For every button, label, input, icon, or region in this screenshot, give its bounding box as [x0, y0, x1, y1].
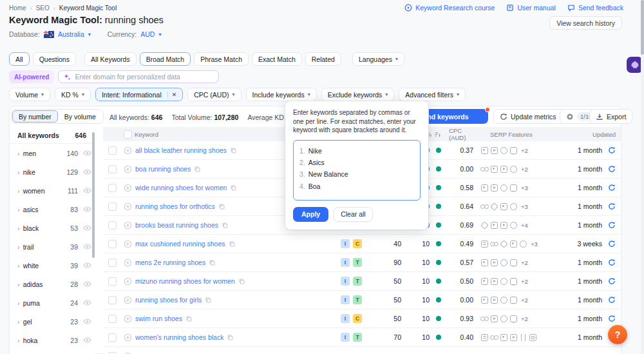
by-number-toggle[interactable]: By number: [12, 110, 58, 123]
filter-exclude-keywords[interactable]: Exclude keywords▾: [321, 88, 395, 101]
table-row-partial: [103, 347, 621, 354]
row-checkbox[interactable]: [108, 165, 117, 173]
keyword-link[interactable]: women's running shoes black: [135, 333, 223, 341]
select-all-checkbox[interactable]: [124, 130, 132, 139]
row-checkbox[interactable]: [108, 146, 117, 155]
languages-dropdown[interactable]: Languages▾: [352, 52, 404, 66]
row-checkbox[interactable]: [108, 202, 117, 211]
eye-icon: [83, 168, 91, 176]
group-name: nike: [23, 168, 64, 176]
row-checkbox[interactable]: [108, 259, 117, 267]
row-checkbox[interactable]: [108, 240, 117, 248]
keyword-link[interactable]: mizuno running shoes for women: [135, 277, 235, 285]
add-keyword-icon: [124, 352, 132, 354]
kd-difficulty-dot: [436, 148, 441, 153]
keyword-link[interactable]: brooks beast running shoes: [135, 221, 218, 229]
tab-broad-match[interactable]: Broad Match: [140, 52, 191, 66]
sidebar-group-men[interactable]: ›men140: [10, 144, 95, 162]
chevron-down-icon: ▾: [308, 92, 310, 97]
row-checkbox[interactable]: [108, 296, 117, 304]
window-scrollbar-thumb[interactable]: [641, 0, 644, 55]
sidebar-group-black[interactable]: ›black53: [10, 219, 95, 237]
filter-kd[interactable]: KD %▾: [55, 88, 91, 101]
tab-all[interactable]: All: [9, 52, 30, 66]
filter-cpc-aud[interactable]: CPC (AUD)▾: [187, 88, 241, 101]
kd-cell: 10: [406, 315, 446, 322]
row-checkbox[interactable]: [108, 333, 117, 342]
breadcrumb-home[interactable]: Home: [9, 5, 26, 12]
tab-phrase-match[interactable]: Phrase Match: [194, 52, 249, 66]
updated-cell: 1 month: [556, 296, 621, 304]
link-keyword-research-course[interactable]: Keyword Research course: [404, 4, 495, 12]
sidebar-group-women[interactable]: ›women111: [10, 181, 95, 200]
sidebar-group-adidas[interactable]: ›adidas28: [10, 275, 95, 293]
row-checkbox[interactable]: [108, 184, 117, 192]
keyword-link[interactable]: mens 2e running shoes: [135, 259, 205, 266]
group-count: 23: [70, 318, 78, 326]
filter-intent-informational[interactable]: Intent: Informational✕: [95, 88, 183, 101]
help-button[interactable]: ?: [608, 325, 627, 344]
clear-all-button[interactable]: Clear all: [334, 207, 373, 222]
row-checkbox[interactable]: [108, 277, 117, 286]
exclude-entry: 1.Nike: [299, 145, 414, 157]
row-checkbox[interactable]: [108, 352, 117, 354]
sidebar-group-hoka[interactable]: ›hoka23: [10, 331, 95, 349]
serp-feature-video-icon: [500, 166, 507, 173]
keyword-link[interactable]: wide running shoes for women: [135, 184, 227, 192]
keyword-link[interactable]: max cushioned running shoes: [135, 240, 225, 248]
remove-filter-icon[interactable]: ✕: [167, 92, 177, 98]
keyword-link[interactable]: running shoes for orthotics: [135, 202, 215, 210]
by-volume-toggle[interactable]: By volume: [58, 110, 102, 123]
row-checkbox[interactable]: [108, 315, 117, 323]
sidebar-group-asics[interactable]: ›asics83: [10, 200, 95, 219]
breadcrumb-seo[interactable]: SEO: [36, 5, 50, 12]
tab-related[interactable]: Related: [305, 52, 341, 66]
domain-input[interactable]: Enter domain for personalized data: [58, 70, 219, 83]
database-currency-row: Database: Australia ▾ Currency: AUD ▾: [9, 30, 161, 38]
tab-questions[interactable]: Questions: [33, 52, 76, 66]
window-scrollbar[interactable]: [641, 0, 644, 354]
sidebar-group-trail[interactable]: ›trail39: [10, 237, 95, 256]
currency-select[interactable]: AUD: [140, 30, 155, 38]
exclude-entry: 3.New Balance: [299, 168, 414, 180]
tab-exact-match[interactable]: Exact Match: [252, 52, 302, 66]
kd-cell: 10: [406, 259, 446, 266]
serp-more-count: +2: [521, 278, 528, 285]
database-select[interactable]: Australia: [58, 30, 84, 38]
cpc-cell: 0.64: [446, 202, 478, 210]
chevron-right-icon: ›: [17, 243, 20, 251]
serp-feature-video-icon: [491, 147, 498, 154]
add-keyword-icon: [124, 296, 132, 304]
refresh-icon: [608, 146, 616, 154]
tab-all-keywords[interactable]: All Keywords: [84, 52, 137, 66]
open-serp-icon: [229, 241, 236, 248]
export-button[interactable]: Export: [589, 109, 632, 124]
sidebar-group-nike[interactable]: ›nike129: [10, 162, 95, 181]
link-send-feedback[interactable]: Send feedback: [567, 4, 623, 12]
keyword-link[interactable]: running shoes for girls: [135, 296, 202, 304]
keyword-link[interactable]: swim run shoes: [135, 315, 182, 322]
sidebar-header[interactable]: All keywords 646: [10, 127, 95, 144]
link-user-manual[interactable]: User manual: [506, 4, 556, 12]
view-search-history-button[interactable]: View search history: [549, 16, 622, 30]
sidebar-group-gel[interactable]: ›gel23: [10, 312, 95, 331]
column-header-cpc[interactable]: CPC (AUD): [446, 127, 478, 141]
column-header-updated[interactable]: Updated: [556, 131, 621, 138]
filter-volume[interactable]: Volume▾: [9, 88, 50, 101]
filter-include-keywords[interactable]: Include keywords▾: [246, 88, 317, 101]
serp-feature-video-icon: [491, 278, 498, 285]
filter-advanced-filters[interactable]: Advanced filters▾: [399, 88, 466, 101]
keyword-link[interactable]: boa running shoes: [135, 165, 191, 173]
eye-icon: [83, 149, 91, 157]
sidebar-group-puma[interactable]: ›puma24: [10, 293, 95, 312]
exclude-keywords-textarea[interactable]: 1.Nike2.Asics3.New Balance4.Boa: [293, 140, 421, 201]
apply-button[interactable]: Apply: [293, 207, 328, 222]
keyword-link[interactable]: all black leather running shoes: [135, 146, 227, 154]
eye-icon: [83, 186, 91, 195]
sidebar-group-white[interactable]: ›white39: [10, 256, 95, 275]
row-checkbox[interactable]: [108, 221, 117, 230]
cpc-cell: 0.50: [446, 277, 478, 285]
column-header-serp[interactable]: SERP Features: [478, 131, 556, 138]
sidebar-scrollbar[interactable]: [92, 132, 95, 258]
kd-difficulty-dot: [436, 185, 441, 190]
